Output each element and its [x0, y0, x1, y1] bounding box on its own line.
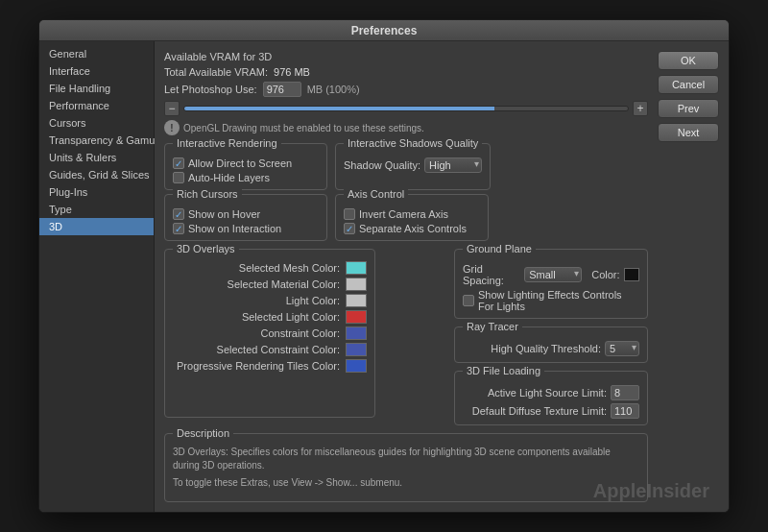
shadow-quality-wrapper: High Medium Low — [424, 157, 482, 173]
warning-row: ! OpenGL Drawing must be enabled to use … — [164, 120, 648, 135]
description-text1: 3D Overlays: Specifies colors for miscel… — [173, 446, 639, 472]
overlays-title: 3D Overlays — [173, 243, 239, 254]
slider-minus-button[interactable]: − — [164, 101, 180, 116]
auto-hide-label: Auto-Hide Layers — [188, 172, 270, 183]
show-interaction-checkbox[interactable] — [173, 223, 184, 234]
right-panels: Ground Plane Grid Spacing: Small Medium … — [454, 249, 648, 425]
threshold-label: High Quality Threshold: — [491, 343, 601, 354]
show-hover-checkbox[interactable] — [173, 208, 184, 220]
allow-direct-row: Allow Direct to Screen — [173, 157, 319, 169]
selected-constraint-swatch[interactable] — [346, 343, 367, 356]
ray-tracer-threshold-row: High Quality Threshold: 5 1234 678910 — [463, 341, 639, 356]
slider-plus-button[interactable]: + — [633, 101, 648, 116]
constraint-row: Constraint Color: — [173, 326, 367, 340]
axis-control-title: Axis Control — [344, 188, 408, 200]
allow-direct-label: Allow Direct to Screen — [188, 157, 292, 169]
diffuse-label: Default Diffuse Texture Limit: — [472, 405, 607, 417]
grid-spacing-row: Grid Spacing: Small Medium Large Color: — [463, 263, 639, 286]
constraint-swatch[interactable] — [346, 326, 367, 340]
selected-mesh-swatch[interactable] — [346, 261, 367, 275]
ok-button[interactable]: OK — [658, 51, 719, 70]
description-text2: To toggle these Extras, use View -> Show… — [173, 476, 639, 490]
active-light-input[interactable] — [611, 385, 639, 400]
active-light-label: Active Light Source Limit: — [488, 387, 607, 399]
rich-cursors-panel: Rich Cursors Show on Hover Show on Inter… — [164, 194, 327, 241]
sidebar-item-interface[interactable]: Interface — [39, 62, 154, 80]
threshold-wrapper: 5 1234 678910 — [605, 341, 639, 356]
file-loading-section: 3D File Loading Active Light Source Limi… — [454, 371, 648, 425]
sidebar-item-3d[interactable]: 3D — [39, 218, 154, 235]
grid-spacing-wrapper: Small Medium Large — [524, 267, 582, 282]
light-color-swatch[interactable] — [346, 294, 367, 307]
interactive-shadows-panel: Interactive Shadows Quality Shadow Quali… — [335, 143, 491, 190]
light-color-label: Light Color: — [286, 295, 340, 306]
main-area: OK Cancel Prev Next Available VRAM for 3… — [155, 41, 729, 512]
progressive-tiles-label: Progressive Rendering Tiles Color: — [177, 360, 340, 372]
ground-color-label: Color: — [591, 269, 619, 280]
warning-text: OpenGL Drawing must be enabled to use th… — [183, 123, 424, 133]
threshold-select[interactable]: 5 1234 678910 — [605, 341, 639, 356]
warning-icon: ! — [164, 120, 180, 135]
ground-color-swatch[interactable] — [624, 268, 639, 281]
description-section: Description 3D Overlays: Specifies color… — [164, 433, 648, 502]
ground-plane-section: Ground Plane Grid Spacing: Small Medium … — [454, 249, 648, 319]
prev-button[interactable]: Prev — [658, 99, 719, 118]
sidebar-item-general[interactable]: General — [39, 45, 154, 62]
grid-spacing-select[interactable]: Small Medium Large — [524, 267, 582, 282]
selected-material-label: Selected Material Color: — [228, 278, 340, 290]
sidebar-item-cursors[interactable]: Cursors — [39, 114, 154, 132]
invert-camera-checkbox[interactable] — [344, 208, 355, 220]
window-title: Preferences — [351, 24, 418, 37]
cursors-axis-panels-row: Rich Cursors Show on Hover Show on Inter… — [164, 194, 648, 241]
interactive-shadows-title: Interactive Shadows Quality — [344, 137, 482, 149]
shadow-quality-select[interactable]: High Medium Low — [424, 157, 482, 173]
cancel-button[interactable]: Cancel — [658, 75, 719, 94]
separate-axis-row: Separate Axis Controls — [344, 223, 480, 234]
selected-mesh-row: Selected Mesh Color: — [173, 261, 367, 275]
sidebar-item-type[interactable]: Type — [39, 201, 154, 218]
sidebar: General Interface File Handling Performa… — [39, 41, 155, 512]
selected-light-swatch[interactable] — [346, 310, 367, 324]
preferences-window: Preferences General Interface File Handl… — [38, 19, 730, 513]
overlays-ground-row: 3D Overlays Selected Mesh Color: Selecte… — [164, 249, 648, 425]
sidebar-item-guides[interactable]: Guides, Grid & Slices — [39, 166, 154, 183]
next-button[interactable]: Next — [658, 123, 719, 142]
vram-total-value: 976 MB — [274, 66, 310, 78]
show-lighting-row: Show Lighting Effects Controls For Light… — [463, 289, 639, 312]
selected-mesh-label: Selected Mesh Color: — [239, 262, 340, 274]
show-interaction-row: Show on Interaction — [173, 223, 319, 234]
vram-use-input[interactable] — [263, 82, 301, 97]
separate-axis-checkbox[interactable] — [344, 223, 355, 234]
selected-constraint-row: Selected Constraint Color: — [173, 343, 367, 356]
sidebar-item-file-handling[interactable]: File Handling — [39, 80, 154, 97]
file-loading-title: 3D File Loading — [463, 365, 544, 376]
sidebar-item-performance[interactable]: Performance — [39, 97, 154, 114]
shadow-quality-row: Shadow Quality: High Medium Low — [344, 157, 482, 173]
invert-camera-row: Invert Camera Axis — [344, 208, 480, 220]
content-area: General Interface File Handling Performa… — [39, 41, 729, 512]
sidebar-item-plugins[interactable]: Plug-Ins — [39, 183, 154, 201]
auto-hide-checkbox[interactable] — [173, 172, 184, 183]
watermark: AppleInsider — [593, 480, 709, 502]
show-lighting-checkbox[interactable] — [463, 295, 474, 306]
light-color-row: Light Color: — [173, 294, 367, 307]
interactive-rendering-panel: Interactive Rendering Allow Direct to Sc… — [164, 143, 327, 190]
interactive-rendering-title: Interactive Rendering — [173, 137, 281, 149]
diffuse-input[interactable] — [611, 403, 639, 419]
progressive-tiles-swatch[interactable] — [346, 359, 367, 373]
constraint-label: Constraint Color: — [260, 327, 340, 339]
auto-hide-row: Auto-Hide Layers — [173, 172, 319, 183]
show-interaction-label: Show on Interaction — [188, 223, 281, 234]
sidebar-item-units[interactable]: Units & Rulers — [39, 149, 154, 166]
axis-control-panel: Axis Control Invert Camera Axis Separate… — [335, 194, 489, 241]
ray-tracer-section: Ray Tracer High Quality Threshold: 5 123… — [454, 326, 648, 363]
allow-direct-checkbox[interactable] — [173, 157, 184, 169]
sidebar-item-transparency[interactable]: Transparency & Gamut — [39, 132, 154, 149]
ground-plane-title: Ground Plane — [463, 243, 536, 254]
selected-light-row: Selected Light Color: — [173, 310, 367, 324]
selected-material-swatch[interactable] — [346, 278, 367, 291]
top-panels-row: Interactive Rendering Allow Direct to Sc… — [164, 143, 648, 190]
vram-let-label: Let Photoshop Use: — [164, 84, 257, 95]
vram-slider[interactable] — [183, 106, 629, 111]
progressive-tiles-row: Progressive Rendering Tiles Color: — [173, 359, 367, 373]
